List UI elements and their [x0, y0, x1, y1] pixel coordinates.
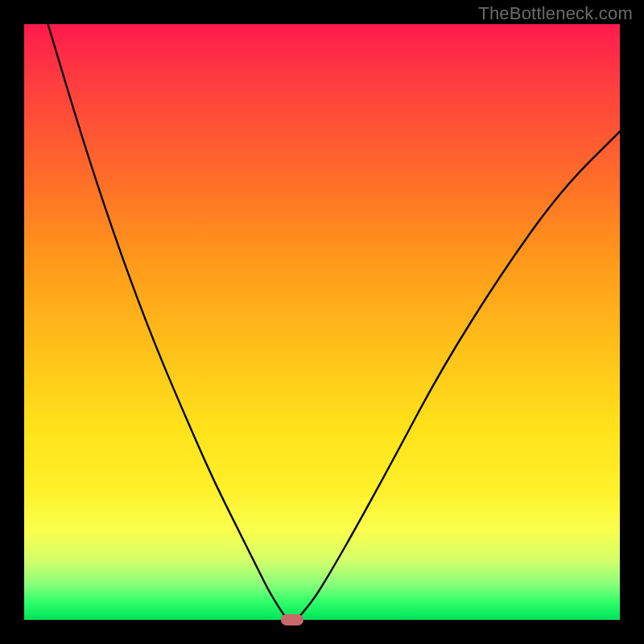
- bottleneck-curve: [24, 24, 620, 620]
- curve-right-branch: [298, 131, 620, 618]
- chart-frame: TheBottleneck.com: [0, 0, 644, 644]
- watermark-text: TheBottleneck.com: [478, 3, 633, 24]
- optimum-marker: [281, 614, 303, 625]
- plot-area: [24, 24, 620, 620]
- curve-left-branch: [48, 24, 287, 618]
